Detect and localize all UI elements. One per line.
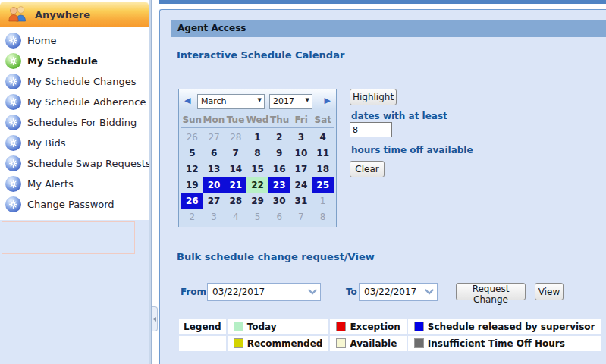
calendar-day[interactable]: 16: [268, 161, 290, 177]
calendar-day[interactable]: 3: [290, 129, 312, 145]
sidebar-menu-item-label: My Schedule Changes: [27, 76, 136, 87]
to-date-value: 03/22/2017: [360, 287, 422, 297]
calendar-day[interactable]: 17: [290, 161, 312, 177]
sidebar-menu-item[interactable]: Schedule Swap Requests: [0, 153, 149, 174]
calendar-day[interactable]: 4: [225, 209, 246, 224]
calendar-day[interactable]: 7: [225, 145, 246, 161]
from-label: From: [181, 283, 206, 301]
hours-input[interactable]: [350, 122, 392, 137]
sidebar-menu-item[interactable]: My Bids: [0, 133, 149, 153]
calendar-day[interactable]: 8: [246, 145, 268, 161]
from-date-select[interactable]: 03/22/2017: [207, 283, 321, 301]
calendar-day[interactable]: 11: [312, 145, 334, 161]
sidebar-menu-item[interactable]: Schedules For Bidding: [0, 112, 149, 133]
calendar-day[interactable]: 24: [290, 177, 312, 193]
highlight-button[interactable]: Highlight: [350, 89, 397, 105]
sidebar-menu-item[interactable]: Home: [0, 30, 149, 51]
calendar-day[interactable]: 29: [246, 193, 268, 209]
calendar-day[interactable]: 4: [312, 129, 334, 145]
calendar-day[interactable]: 5: [246, 209, 268, 224]
calendar-day[interactable]: 13: [203, 161, 225, 177]
calendar-day[interactable]: 6: [203, 145, 225, 161]
calendar-day[interactable]: 14: [225, 161, 246, 177]
hours-label-after: hours time off available: [351, 145, 473, 155]
from-date-value: 03/22/2017: [208, 287, 305, 297]
day-of-week-label: Sat: [312, 115, 334, 125]
chevron-left-icon[interactable]: ◀: [184, 95, 190, 106]
calendar-day[interactable]: 2: [181, 209, 203, 224]
chevron-down-icon: [422, 289, 437, 295]
splitter-collapse-button[interactable]: [152, 306, 158, 331]
collapse-left-icon: [153, 317, 156, 322]
calendar-grid: 2627281234567891011121314151617181920212…: [181, 129, 334, 224]
sidebar-menu-item[interactable]: Change Password: [0, 194, 149, 215]
sidebar-menu-item-label: My Bids: [27, 137, 66, 149]
calendar-day-headers: SunMonTueWedThuFriSat: [181, 111, 334, 128]
legend-cell: Today: [228, 319, 329, 334]
sidebar-menu-item[interactable]: My Schedule Adherence: [0, 92, 149, 112]
calendar-day[interactable]: 30: [268, 193, 290, 209]
year-select[interactable]: 2017: [269, 94, 312, 109]
calendar-day[interactable]: 28: [225, 129, 246, 145]
people-icon: [8, 5, 28, 25]
request-change-button[interactable]: Request Change: [456, 283, 526, 300]
top-accent-strip: [159, 0, 606, 4]
sidebar-menu-item-label: My Schedule Adherence: [27, 96, 146, 108]
gear-icon: [5, 135, 21, 151]
calendar-day[interactable]: 26: [181, 129, 203, 145]
sidebar-menu-item[interactable]: My Schedule: [0, 51, 149, 71]
calendar-day[interactable]: 1: [246, 129, 268, 145]
legend-label: Exception: [350, 322, 400, 332]
to-date-select[interactable]: 03/22/2017: [359, 283, 438, 301]
legend-swatch: [234, 338, 243, 348]
calendar-day[interactable]: 19: [181, 177, 203, 193]
gear-icon: [5, 176, 21, 192]
calendar-day[interactable]: 2: [268, 129, 290, 145]
calendar-day[interactable]: 21: [225, 177, 246, 193]
calendar-day[interactable]: 20: [203, 177, 225, 193]
calendar-day[interactable]: 26: [181, 193, 203, 209]
day-of-week-label: Mon: [203, 115, 225, 125]
legend-label: Recommended: [247, 338, 323, 349]
calendar-day[interactable]: 22: [246, 177, 268, 193]
calendar-day[interactable]: 27: [203, 193, 225, 209]
calendar-day[interactable]: 15: [246, 161, 268, 177]
bulk-section-title: Bulk schedule change request/View: [177, 251, 375, 262]
day-of-week-label: Tue: [225, 115, 246, 125]
legend-label: Available: [350, 338, 397, 349]
clear-button[interactable]: Clear: [350, 161, 385, 177]
sidebar-menu-item-label: My Schedule: [27, 55, 98, 67]
calendar-day[interactable]: 28: [225, 193, 246, 209]
sidebar-menu-item[interactable]: My Schedule Changes: [0, 71, 149, 92]
sidebar-menu-item-label: Schedules For Bidding: [27, 117, 137, 128]
calendar-day[interactable]: 5: [181, 145, 203, 161]
calendar-day[interactable]: 12: [181, 161, 203, 177]
calendar-day[interactable]: 1: [312, 193, 334, 209]
legend-swatch: [414, 338, 424, 348]
legend-cell: Insufficient Time Off Hours: [408, 336, 601, 351]
calendar-day[interactable]: 18: [312, 161, 334, 177]
calendar-day[interactable]: 31: [290, 193, 312, 209]
legend-swatch: [336, 338, 346, 348]
calendar-day[interactable]: 6: [268, 209, 290, 224]
calendar-day[interactable]: 3: [203, 209, 225, 224]
to-label: To: [346, 283, 357, 301]
app-title: Anywhere: [35, 9, 90, 20]
calendar-day[interactable]: 9: [268, 145, 290, 161]
day-of-week-label: Thu: [268, 115, 290, 125]
legend-title-cell: Legend: [179, 319, 226, 334]
view-button[interactable]: View: [535, 283, 564, 300]
calendar-day[interactable]: 27: [203, 129, 225, 145]
calendar-day[interactable]: 8: [312, 209, 334, 224]
legend-cell: Available: [330, 336, 406, 351]
calendar-day[interactable]: 7: [290, 209, 312, 224]
calendar-day[interactable]: 25: [312, 177, 334, 193]
year-select-wrap: 2017: [269, 93, 312, 108]
sidebar-menu-item-label: Change Password: [27, 199, 115, 210]
calendar-day[interactable]: 10: [290, 145, 312, 161]
gear-icon: [5, 115, 21, 130]
calendar-day[interactable]: 23: [268, 177, 290, 193]
sidebar-menu-item[interactable]: My Alerts: [0, 174, 149, 194]
chevron-right-icon[interactable]: ▶: [325, 95, 331, 106]
month-select[interactable]: March: [197, 94, 265, 109]
